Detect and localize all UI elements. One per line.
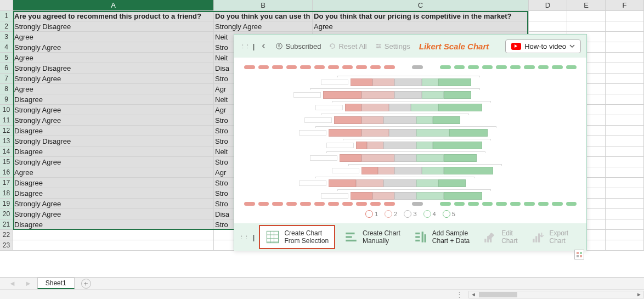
subscribed-button[interactable]: $ Subscribed	[273, 41, 323, 52]
drag-grip-icon[interactable]: ⋮⋮	[240, 43, 250, 50]
back-button[interactable]	[258, 41, 270, 51]
cell[interactable]: Strongly Agree	[13, 115, 214, 125]
cell[interactable]	[606, 105, 644, 115]
cell[interactable]	[606, 230, 644, 240]
cell[interactable]	[606, 42, 644, 52]
row-header[interactable]: 12	[0, 126, 13, 136]
cell[interactable]: Agree	[13, 32, 214, 42]
cell[interactable]: Disagree	[13, 146, 214, 156]
cell[interactable]: Strongly Disagree	[13, 136, 214, 146]
col-header-D[interactable]: D	[529, 0, 567, 10]
row-header[interactable]: 11	[0, 115, 13, 125]
hscroll-left[interactable]: ◄	[469, 291, 478, 297]
row-header[interactable]: 5	[0, 53, 13, 63]
row-header[interactable]: 14	[0, 146, 13, 156]
cell[interactable]: Strongly Agree	[13, 74, 214, 83]
row-header[interactable]: 21	[0, 219, 13, 229]
col-header-F[interactable]: F	[606, 0, 644, 10]
cell[interactable]	[606, 188, 644, 198]
create-chart-manually-button[interactable]: Create ChartManually	[340, 227, 405, 247]
col-header-B[interactable]: B	[214, 0, 313, 10]
row-header[interactable]: 19	[0, 199, 13, 208]
settings-button[interactable]: Settings	[372, 41, 413, 52]
tab-nav-prev[interactable]: ◄	[5, 279, 19, 287]
actions-grip-icon[interactable]: ⋮⋮	[239, 234, 248, 241]
cell[interactable]: Strongly Disagree	[13, 63, 214, 73]
cell[interactable]: Are you agreed to recommend this product…	[13, 11, 214, 21]
cell[interactable]	[606, 21, 644, 31]
cell[interactable]	[529, 11, 567, 21]
row-header[interactable]: 22	[0, 230, 13, 240]
col-header-A[interactable]: A	[13, 0, 214, 10]
row-header[interactable]: 3	[0, 32, 13, 42]
cell[interactable]	[567, 21, 606, 31]
add-sheet-button[interactable]: ＋	[81, 279, 91, 289]
cell[interactable]: Strongly Agree	[13, 42, 214, 52]
reset-all-button[interactable]: Reset All	[326, 41, 369, 52]
cell[interactable]	[606, 74, 644, 83]
cell[interactable]	[606, 219, 644, 229]
cell[interactable]	[606, 53, 644, 63]
row-header[interactable]: 4	[0, 42, 13, 52]
row-header[interactable]: 15	[0, 157, 13, 167]
cell[interactable]	[606, 199, 644, 208]
row-header[interactable]: 8	[0, 84, 13, 94]
col-header-C[interactable]: C	[313, 0, 529, 10]
cell[interactable]: Disagree	[13, 126, 214, 136]
hscroll-thumb[interactable]	[479, 292, 517, 297]
row-header[interactable]: 2	[0, 21, 13, 31]
row-header[interactable]: 7	[0, 74, 13, 83]
cell[interactable]	[606, 11, 644, 21]
cell[interactable]	[606, 146, 644, 156]
cell[interactable]	[606, 63, 644, 73]
cell[interactable]: Agree	[13, 167, 214, 177]
row-header[interactable]: 13	[0, 136, 13, 146]
cell[interactable]: Agree	[13, 84, 214, 94]
row-header[interactable]: 1	[0, 11, 13, 21]
cell[interactable]	[13, 240, 214, 250]
pane-options-icon[interactable]	[574, 250, 584, 259]
cell[interactable]: Strongly Agree	[13, 199, 214, 208]
cell[interactable]	[606, 84, 644, 94]
row-header[interactable]: 20	[0, 209, 13, 219]
cell[interactable]: Disagree	[13, 219, 214, 229]
export-chart-button[interactable]: ExportChart	[527, 227, 573, 247]
row-header[interactable]: 9	[0, 94, 13, 104]
cell[interactable]: Strongly Agree	[13, 209, 214, 219]
cell[interactable]	[567, 11, 606, 21]
row-header[interactable]: 10	[0, 105, 13, 115]
cell[interactable]	[529, 21, 567, 31]
cell[interactable]	[606, 32, 644, 42]
cell[interactable]	[606, 157, 644, 167]
cell[interactable]: Disagree	[13, 188, 214, 198]
cell[interactable]	[606, 115, 644, 125]
create-chart-from-selection-button[interactable]: Create ChartFrom Selection	[259, 225, 335, 249]
cell[interactable]	[606, 167, 644, 177]
edit-chart-button[interactable]: EditChart	[478, 227, 522, 247]
cell[interactable]	[606, 94, 644, 104]
hscroll-right[interactable]: ►	[635, 291, 643, 297]
row-header[interactable]: 16	[0, 167, 13, 177]
cell[interactable]: Agree	[313, 21, 529, 31]
cell[interactable]	[606, 178, 644, 188]
row-header[interactable]: 23	[0, 240, 13, 250]
cell[interactable]: Disagree	[13, 94, 214, 104]
cell[interactable]: Strongly Agree	[214, 21, 313, 31]
cell[interactable]: Do you think that our pricing is competi…	[313, 11, 529, 21]
cell[interactable]	[606, 209, 644, 219]
row-header[interactable]: 6	[0, 63, 13, 73]
row-header[interactable]: 18	[0, 188, 13, 198]
cell[interactable]: Disagree	[13, 178, 214, 188]
sheet-tab-sheet1[interactable]: Sheet1	[37, 278, 75, 289]
select-all-corner[interactable]	[0, 0, 13, 10]
col-header-E[interactable]: E	[567, 0, 606, 10]
cell[interactable]	[606, 136, 644, 146]
cell[interactable]: Strongly Agree	[13, 105, 214, 115]
cell[interactable]: Strongly Disagree	[13, 21, 214, 31]
cell[interactable]	[13, 230, 214, 240]
tab-nav-next[interactable]: ►	[21, 279, 35, 287]
scrollbar-grip-icon[interactable]: ⋮	[451, 290, 468, 298]
cell[interactable]: Do you think you can use th	[214, 11, 313, 21]
cell[interactable]: Strongly Agree	[13, 157, 214, 167]
howto-video-button[interactable]: How-to video	[505, 40, 581, 53]
